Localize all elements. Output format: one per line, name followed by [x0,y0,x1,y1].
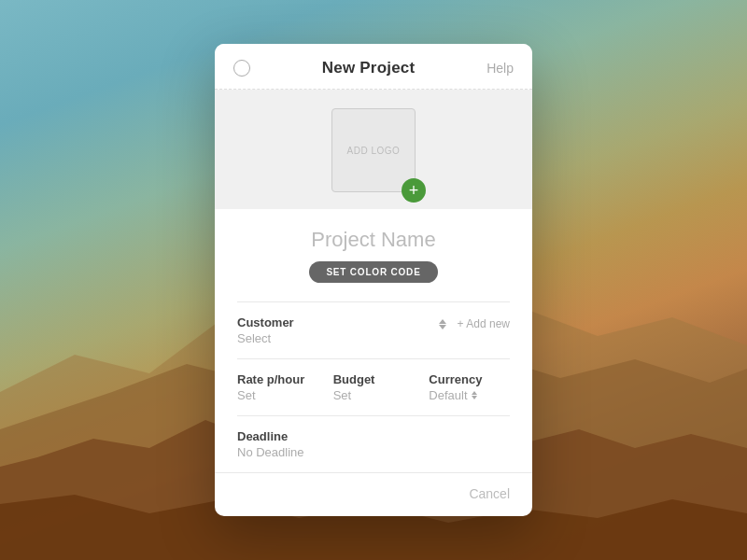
deadline-label: Deadline [237,429,510,443]
logo-add-button[interactable]: + [402,178,426,203]
modal-footer: Cancel [215,472,532,516]
modal-overlay: New Project Help ADD LOGO + Project Name… [0,0,747,560]
budget-value[interactable]: Set [333,388,415,402]
customer-label: Customer [237,315,439,329]
budget-label: Budget [333,372,415,386]
modal-header: New Project Help [215,44,532,90]
divider-1 [237,301,510,302]
header-circle-icon[interactable] [233,60,250,77]
currency-label: Currency [429,372,510,386]
currency-value-row: Default [429,388,510,402]
logo-box[interactable]: ADD LOGO + [331,108,416,192]
customer-sort-icon[interactable] [439,319,446,329]
cancel-button[interactable]: Cancel [469,486,510,501]
add-new-link[interactable]: + Add new [458,317,510,330]
customer-value[interactable]: Select [237,331,439,345]
project-name-placeholder[interactable]: Project Name [237,228,510,252]
deadline-field-row: Deadline No Deadline [237,429,510,459]
deadline-value[interactable]: No Deadline [237,445,510,459]
currency-value-text[interactable]: Default [429,388,467,402]
currency-field: Currency Default [429,372,510,402]
deadline-field: Deadline No Deadline [237,429,510,459]
three-fields-row: Rate p/hour Set Budget Set Currency Defa… [237,372,510,402]
divider-3 [237,415,510,416]
rate-field: Rate p/hour Set [237,372,318,402]
customer-field-row: Customer Select + Add new [237,315,510,345]
logo-placeholder-text: ADD LOGO [347,146,401,156]
set-color-code-button[interactable]: SET COLOR CODE [309,261,437,283]
modal-body: Project Name SET COLOR CODE Customer Sel… [215,209,532,459]
currency-sort-icon[interactable] [472,391,477,399]
logo-area: ADD LOGO + [215,90,532,209]
budget-field: Budget Set [333,372,415,402]
new-project-modal: New Project Help ADD LOGO + Project Name… [215,44,532,516]
customer-field: Customer Select [237,315,439,345]
rate-label: Rate p/hour [237,372,318,386]
customer-controls: + Add new [439,315,510,330]
modal-title: New Project [322,59,416,77]
rate-value[interactable]: Set [237,388,318,402]
divider-2 [237,358,510,359]
help-link[interactable]: Help [486,61,514,76]
